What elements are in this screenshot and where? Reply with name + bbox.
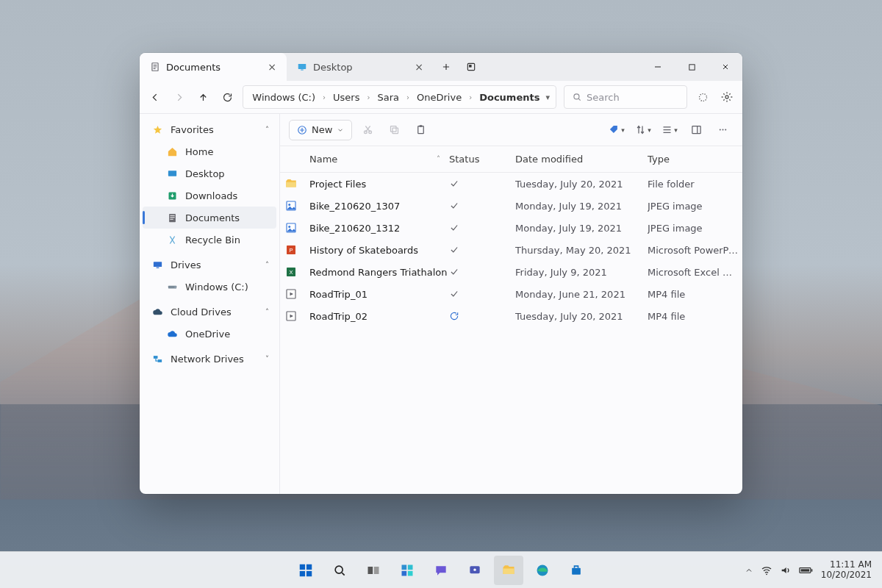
tab-close-button[interactable]: × — [265, 60, 279, 74]
downloads-icon — [166, 190, 178, 201]
crumb[interactable]: OneDrive — [414, 90, 465, 104]
breadcrumb[interactable]: Windows (C:)› Users› Sara› OneDrive› Doc… — [243, 85, 556, 109]
teams-button[interactable] — [460, 556, 490, 585]
sidebar-item-label: Windows (C:) — [185, 282, 248, 293]
sidebar-item-desktop[interactable]: Desktop — [143, 162, 276, 184]
svg-text:X: X — [290, 269, 293, 276]
sidebar-head-label: Cloud Drives — [171, 306, 232, 318]
file-type-icon: P — [284, 243, 298, 257]
svg-rect-62 — [811, 569, 812, 571]
copy-button[interactable] — [383, 120, 405, 140]
tab-close-button[interactable]: × — [412, 60, 426, 74]
widgets-button[interactable] — [392, 556, 422, 585]
volume-icon[interactable] — [780, 564, 792, 576]
forward-button[interactable] — [171, 87, 188, 107]
svg-rect-4 — [469, 65, 472, 68]
column-status[interactable]: Status — [449, 154, 515, 165]
svg-point-8 — [725, 96, 728, 98]
battery-icon[interactable] — [799, 566, 814, 575]
svg-rect-61 — [800, 569, 809, 571]
file-row[interactable]: Bike_210620_1312Monday, July 19, 2021JPE… — [280, 217, 742, 239]
up-button[interactable] — [195, 87, 212, 107]
file-row[interactable]: Project FilesTuesday, July 20, 2021File … — [280, 173, 742, 195]
new-tab-button[interactable] — [434, 53, 459, 81]
tab-label: Desktop — [313, 62, 353, 73]
sidebar-item-drive-c[interactable]: Windows (C:) — [143, 276, 276, 298]
crumb-current[interactable]: Documents — [476, 90, 542, 104]
svg-rect-5 — [689, 64, 694, 69]
file-row[interactable]: PHistory of SkateboardsThursday, May 20,… — [280, 239, 742, 261]
sort-button[interactable]: ▾ — [632, 120, 654, 140]
chevron-down-icon: ˅ — [265, 355, 269, 363]
column-type[interactable]: Type — [648, 154, 738, 165]
document-icon — [150, 62, 160, 72]
file-row[interactable]: RoadTrip_01Monday, June 21, 2021MP4 file — [280, 283, 742, 305]
refresh-button[interactable] — [219, 87, 236, 107]
column-date[interactable]: Date modified — [515, 154, 648, 165]
chat-button[interactable] — [426, 556, 456, 585]
tab-documents[interactable]: Documents × — [140, 53, 287, 81]
column-name[interactable]: Name ˄ — [309, 154, 449, 165]
explorer-button[interactable] — [494, 556, 523, 585]
cut-button[interactable] — [356, 120, 379, 140]
file-row[interactable]: RoadTrip_02Tuesday, July 20, 2021MP4 fil… — [280, 305, 742, 327]
sidebar-head-network[interactable]: Network Drives ˅ — [143, 348, 276, 370]
titlebar: Documents × Desktop × — [140, 53, 742, 81]
file-type-icon — [284, 199, 298, 212]
wifi-icon[interactable] — [761, 564, 772, 576]
file-row[interactable]: Bike_210620_1307Monday, July 19, 2021JPE… — [280, 195, 742, 217]
store-button[interactable] — [562, 556, 591, 585]
taskbar-clock[interactable]: 11:11 AM 10/20/2021 — [821, 560, 872, 581]
sidebar-head-favorites[interactable]: Favorites ˄ — [143, 118, 276, 140]
search-input[interactable]: Search — [564, 85, 687, 109]
edge-button[interactable] — [528, 556, 557, 585]
system-tray[interactable] — [745, 564, 814, 576]
file-type-icon: X — [284, 265, 298, 279]
more-button[interactable] — [711, 120, 734, 140]
start-button[interactable] — [291, 556, 320, 585]
details-pane-button[interactable] — [685, 120, 707, 140]
tab-desktop[interactable]: Desktop × — [287, 53, 434, 81]
file-type-icon — [284, 177, 298, 190]
svg-rect-9 — [168, 171, 176, 176]
file-status — [449, 223, 515, 233]
tag-button[interactable]: ▾ — [606, 120, 628, 140]
taskbar-search-button[interactable] — [325, 556, 354, 585]
paste-button[interactable] — [409, 120, 431, 140]
sidebar-item-label: OneDrive — [185, 329, 230, 340]
back-button[interactable] — [147, 87, 164, 107]
sync-status-button[interactable] — [695, 87, 711, 107]
close-button[interactable] — [709, 53, 742, 81]
file-date: Thursday, May 20, 2021 — [515, 245, 648, 256]
new-button[interactable]: New — [289, 120, 352, 140]
monitor-icon — [151, 259, 163, 270]
sidebar-head-drives[interactable]: Drives ˄ — [143, 254, 276, 276]
sidebar-item-downloads[interactable]: Downloads — [143, 184, 276, 207]
view-button[interactable]: ▾ — [659, 120, 681, 140]
minimize-button[interactable] — [641, 53, 675, 81]
maximize-button[interactable] — [675, 53, 709, 81]
crumb[interactable]: Windows (C:) — [249, 90, 318, 104]
file-type-icon — [284, 309, 298, 323]
tab-actions-button[interactable] — [459, 53, 484, 81]
tray-overflow-icon[interactable] — [745, 566, 753, 575]
file-status — [449, 311, 515, 321]
taskbar-center — [291, 556, 591, 585]
sidebar-item-onedrive[interactable]: OneDrive — [143, 323, 276, 345]
sidebar-head-cloud[interactable]: Cloud Drives ˄ — [143, 301, 276, 323]
chevron-down-icon — [337, 126, 344, 134]
chevron-up-icon: ˄ — [265, 308, 269, 316]
sidebar-head-label: Favorites — [171, 124, 214, 135]
settings-button[interactable] — [718, 87, 735, 107]
crumb[interactable]: Sara — [374, 90, 402, 104]
file-row[interactable]: XRedmond Rangers TriathalonFriday, July … — [280, 261, 742, 283]
crumb[interactable]: Users — [330, 90, 362, 104]
svg-rect-16 — [156, 267, 159, 268]
svg-point-7 — [699, 93, 706, 101]
sidebar-item-recycle[interactable]: Recycle Bin — [143, 229, 276, 251]
breadcrumb-dropdown[interactable]: ▾ — [545, 93, 550, 102]
sidebar-item-home[interactable]: Home — [143, 140, 276, 162]
taskview-button[interactable] — [359, 556, 388, 585]
sidebar-item-documents[interactable]: Documents — [143, 207, 276, 229]
svg-rect-2 — [301, 70, 304, 71]
